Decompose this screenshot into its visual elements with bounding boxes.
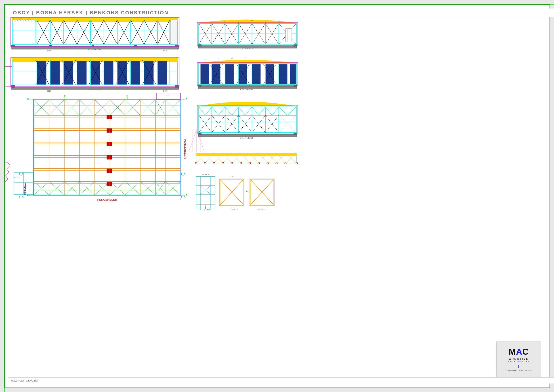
svg-rect-193 (110, 182, 112, 186)
svg-text:A-A KESİDİ: A-A KESİDİ (89, 88, 102, 91)
svg-rect-2 (175, 45, 179, 47)
svg-text:D-D KESİDİ: D-D KESİDİ (240, 87, 253, 90)
svg-rect-261 (290, 64, 296, 84)
svg-rect-329 (196, 153, 297, 156)
floor-plan-svg: C A D B E E T_B T_B T_A (5, 93, 188, 203)
svg-rect-4 (92, 45, 94, 47)
svg-rect-189 (110, 155, 112, 159)
drawing-sheet: OBOY | BOSNA HERSEK | BENKONS CONSTRUCTI… (0, 0, 554, 392)
svg-rect-57 (11, 85, 15, 88)
svg-line-309 (279, 107, 288, 115)
header-title: OBOY | BOSNA HERSEK | BENKONS CONSTRUCTI… (13, 10, 169, 16)
logo-a: A (516, 347, 522, 357)
svg-text:PENCERELER: PENCERELER (184, 139, 187, 159)
svg-rect-238 (288, 29, 291, 42)
svg-text:5475: 5475 (163, 50, 167, 52)
bb-kesidi-section: 8380 5475 B-B KESİDİ (5, 13, 185, 53)
floor-plan-section: C A D B E E T_B T_B T_A (5, 93, 188, 205)
svg-rect-58 (175, 85, 179, 88)
sketch-diagram (188, 125, 206, 156)
svg-line-304 (245, 107, 252, 115)
svg-text:E-E KESİDİ: E-E KESİDİ (240, 137, 253, 139)
svg-line-305 (252, 107, 259, 115)
svg-rect-282 (198, 134, 297, 137)
ee-kesidi-section: E-E KESİDİ (194, 93, 299, 142)
svg-rect-62 (5, 67, 12, 87)
svg-text:270: 270 (230, 175, 233, 177)
svg-rect-287 (199, 107, 296, 133)
logo-m: M (509, 347, 516, 357)
svg-rect-3 (49, 45, 52, 47)
svg-line-298 (205, 107, 212, 115)
svg-text:290: 290 (166, 95, 169, 97)
footer-bar: www.maccreative.net (8, 377, 554, 384)
svg-text:C: C (27, 98, 29, 101)
cc-kesidi-section: C-C KESİDİ (194, 13, 299, 53)
logo-creative-text: CREATIVE (509, 357, 529, 360)
svg-rect-67 (90, 61, 100, 84)
ee-kesidi-svg: E-E KESİDİ (194, 93, 299, 141)
svg-rect-65 (64, 61, 73, 84)
svg-rect-71 (144, 61, 153, 84)
svg-text:T_B: T_B (19, 173, 24, 176)
svg-line-299 (212, 107, 218, 115)
header-bar: OBOY | BOSNA HERSEK | BENKONS CONSTRUCTI… (8, 8, 554, 17)
details-svg: DETAIL A 270 170 (194, 172, 301, 211)
svg-rect-118 (34, 100, 180, 195)
svg-rect-260 (279, 64, 287, 84)
svg-text:5475: 5475 (163, 90, 167, 92)
svg-text:E: E (126, 95, 128, 98)
svg-rect-365 (196, 176, 215, 209)
website-link: www.maccreative.net (11, 379, 38, 382)
svg-text:KESİT 1-1: KESİT 1-1 (230, 209, 238, 210)
svg-rect-5 (134, 45, 137, 47)
svg-text:∅: ∅ (245, 57, 246, 59)
aa-kesidi-section: 8380 5475 A-A KESİDİ (5, 53, 185, 93)
watermark-sketches (5, 13, 31, 58)
svg-line-300 (218, 107, 225, 115)
roof-truss-detail (194, 147, 299, 168)
svg-text:D: D (186, 98, 187, 101)
svg-rect-182 (107, 115, 109, 119)
logo-c: C (522, 347, 528, 357)
svg-rect-185 (110, 128, 112, 133)
svg-rect-256 (225, 64, 234, 84)
svg-rect-42 (171, 20, 177, 44)
svg-text:8380: 8380 (47, 90, 51, 92)
svg-text:170: 170 (246, 191, 249, 193)
svg-text:KOLON DETAYı: KOLON DETAYı (200, 209, 211, 210)
svg-rect-72 (158, 61, 167, 84)
svg-text:8380: 8380 (47, 50, 51, 52)
detail-drawings: DETAIL A 270 170 (194, 172, 301, 212)
svg-rect-100 (34, 99, 181, 195)
svg-text:PENCERELER: PENCERELER (97, 198, 117, 201)
svg-rect-187 (110, 142, 112, 146)
svg-line-297 (199, 107, 205, 115)
aa-kesidi-svg: 8380 5475 A-A KESİDİ (5, 53, 185, 92)
svg-rect-183 (110, 115, 112, 119)
svg-line-301 (225, 107, 232, 115)
svg-text:SUNDURMA: SUNDURMA (24, 183, 26, 195)
svg-text:KESİT 2-2: KESİT 2-2 (258, 209, 266, 210)
svg-text:∅: ∅ (218, 58, 219, 60)
svg-rect-184 (107, 128, 109, 133)
drawing-content: OBOY | BOSNA HERSEK | BENKONS CONSTRUCTI… (4, 4, 550, 388)
svg-rect-196 (14, 172, 34, 195)
svg-text:T_A: T_A (19, 195, 24, 198)
dd-kesidi-section: ∅ ∅ ∅ ∅ D-D KESİDİ (194, 53, 299, 93)
svg-text:∅: ∅ (231, 57, 233, 59)
svg-rect-188 (107, 155, 109, 159)
bb-kesidi-svg: 8380 5475 B-B KESİDİ (5, 13, 185, 52)
svg-line-306 (259, 107, 265, 115)
svg-rect-63 (37, 61, 46, 84)
svg-rect-68 (104, 61, 113, 84)
svg-text:C-C KESİDİ: C-C KESİDİ (240, 47, 253, 50)
svg-rect-258 (252, 64, 260, 84)
svg-rect-255 (212, 64, 220, 84)
svg-rect-257 (239, 64, 247, 84)
svg-rect-69 (117, 61, 127, 84)
svg-text:A: A (27, 194, 29, 197)
svg-rect-254 (201, 64, 209, 84)
svg-text:B-B KESİDİ: B-B KESİDİ (88, 48, 101, 50)
svg-rect-284 (294, 133, 297, 135)
